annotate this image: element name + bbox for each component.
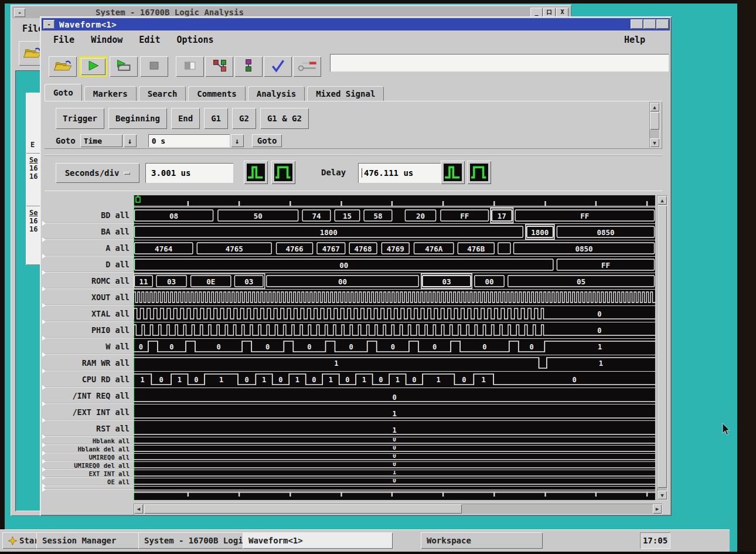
signal-label-W-all[interactable]: W all bbox=[40, 338, 134, 355]
maximize-icon[interactable]: 口 bbox=[543, 8, 556, 17]
scroll-thumb[interactable] bbox=[144, 504, 462, 514]
svg-text:0: 0 bbox=[433, 343, 437, 351]
gutter-spacer bbox=[40, 195, 134, 207]
run-repetitive-button[interactable] bbox=[110, 56, 138, 77]
signal-label-Hblank-del-all[interactable]: Hblank del all bbox=[40, 445, 134, 453]
zoom-out-pulse-button[interactable] bbox=[467, 161, 491, 184]
scroll-right-icon[interactable]: ▶ bbox=[653, 504, 662, 514]
svg-text:0: 0 bbox=[393, 446, 396, 451]
svg-text:0: 0 bbox=[597, 327, 601, 335]
tab-comments[interactable]: Comments bbox=[188, 86, 245, 101]
signal-label-UMIREQ0-all[interactable]: UMIREQ0 all bbox=[40, 453, 134, 461]
connect-nodes-button[interactable] bbox=[205, 56, 233, 77]
waveform-titlebar[interactable]: - Waveform<1> bbox=[42, 18, 670, 30]
signal-label-D-all[interactable]: D all bbox=[40, 256, 134, 273]
task-button-workspace[interactable]: Workspace bbox=[421, 532, 543, 549]
signal-label-UMIREQ0-del-all[interactable]: UMIREQ0 del all bbox=[40, 461, 134, 470]
waveform-vertical-scrollbar[interactable]: ▲ ▼ bbox=[657, 195, 668, 500]
node-button[interactable] bbox=[234, 56, 263, 77]
open-folder-button[interactable] bbox=[49, 56, 77, 77]
wave-trace-W-all: 00000000001 bbox=[134, 338, 655, 355]
minimize-icon[interactable]: _ bbox=[530, 8, 543, 17]
menu-options[interactable]: Options bbox=[176, 35, 213, 45]
panel-scrollbar[interactable]: ▲ ▼ bbox=[649, 102, 660, 148]
menu-edit[interactable]: Edit bbox=[139, 35, 160, 45]
stop-button[interactable] bbox=[140, 56, 168, 77]
maximize-icon[interactable] bbox=[643, 19, 656, 29]
seconds-per-div-field[interactable]: 3.001 us bbox=[145, 163, 233, 183]
scroll-thumb[interactable] bbox=[658, 205, 667, 488]
waveform-horizontal-scrollbar[interactable]: ◀ ▶ bbox=[134, 504, 662, 515]
svg-text:0: 0 bbox=[462, 376, 466, 384]
photo-edge bbox=[737, 0, 756, 554]
delay-field[interactable]: 476.111 us bbox=[358, 163, 442, 183]
signal-label-ROMC-all[interactable]: ROMC all bbox=[40, 273, 134, 289]
signal-label-BD-all[interactable]: BD all bbox=[40, 207, 134, 223]
goto-g1-button[interactable]: G1 bbox=[204, 108, 228, 129]
menu-file[interactable]: File bbox=[53, 35, 74, 45]
signal-label-A-all[interactable]: A all bbox=[40, 240, 134, 256]
menu-window[interactable]: Window bbox=[91, 35, 122, 45]
signal-label--INT-REQ-all[interactable]: /INT REQ all bbox=[40, 388, 134, 404]
svg-text:4767: 4767 bbox=[322, 244, 340, 253]
signal-label-XOUT-all[interactable]: XOUT all bbox=[40, 289, 134, 305]
cancel-button[interactable] bbox=[176, 56, 204, 77]
tools-button[interactable] bbox=[293, 56, 321, 77]
task-button-waveform-1-[interactable]: Waveform<1> bbox=[243, 532, 393, 549]
signal-label-OE-all[interactable]: OE all bbox=[40, 478, 134, 486]
signal-label-XTAL-all[interactable]: XTAL all bbox=[40, 305, 134, 322]
scroll-down-icon[interactable]: ▼ bbox=[650, 138, 659, 147]
node-icon bbox=[237, 57, 260, 76]
scroll-left-icon[interactable]: ◀ bbox=[134, 504, 143, 514]
signal-label-CPU-RD-all[interactable]: CPU RD all bbox=[40, 371, 134, 388]
svg-text:0850: 0850 bbox=[575, 244, 592, 253]
signal-label-PHI0-all[interactable]: PHI0 all bbox=[40, 322, 134, 338]
svg-text:15: 15 bbox=[343, 212, 352, 220]
signal-label-BA-all[interactable]: BA all bbox=[40, 223, 134, 240]
signal-label--EXT-INT-all[interactable]: /EXT INT all bbox=[40, 404, 134, 420]
window-menu-icon[interactable]: - bbox=[43, 20, 55, 29]
scroll-thumb[interactable] bbox=[650, 112, 659, 130]
goto-type-combo[interactable]: Time bbox=[80, 134, 122, 147]
task-button-session-manager[interactable]: Session Manager bbox=[36, 532, 147, 549]
tab-analysis[interactable]: Analysis bbox=[248, 86, 305, 101]
goto-trigger-button[interactable]: Trigger bbox=[56, 108, 104, 129]
scroll-down-icon[interactable]: ▼ bbox=[658, 491, 667, 499]
svg-text:03: 03 bbox=[442, 277, 451, 286]
tab-goto[interactable]: Goto bbox=[45, 84, 82, 101]
signal-label-EXT-INT-all[interactable]: EXT INT all bbox=[40, 470, 134, 478]
wave-trace-PHI0-all: 0 bbox=[134, 322, 655, 338]
task-button-system-16700b-logic-ana-[interactable]: System - 16700B Logic Ana.. bbox=[138, 532, 252, 549]
zoom-in-pulse-button[interactable] bbox=[244, 161, 268, 184]
close-icon[interactable] bbox=[656, 19, 669, 29]
minimize-icon[interactable] bbox=[631, 19, 643, 29]
down-arrow-icon[interactable]: ↓ bbox=[231, 134, 244, 147]
down-arrow-icon[interactable]: ↓ bbox=[124, 134, 137, 147]
menu-help[interactable]: Help bbox=[624, 35, 645, 45]
goto-g1-g2-button[interactable]: G1 & G2 bbox=[260, 108, 309, 129]
run-button[interactable] bbox=[79, 56, 107, 77]
svg-text:1: 1 bbox=[334, 359, 338, 368]
goto-g2-button[interactable]: G2 bbox=[232, 108, 256, 129]
zoom-in-pulse-button[interactable] bbox=[441, 161, 465, 184]
tab-mixed-signal[interactable]: Mixed Signal bbox=[307, 86, 384, 101]
wave-trace-ROMC-all: 11030E0300030005 bbox=[134, 273, 655, 289]
tab-search[interactable]: Search bbox=[139, 86, 186, 101]
scroll-up-icon[interactable]: ▲ bbox=[658, 196, 667, 205]
toolbar-text-field[interactable] bbox=[330, 54, 669, 72]
tab-markers[interactable]: Markers bbox=[84, 86, 137, 101]
goto-end-button[interactable]: End bbox=[171, 108, 200, 129]
signal-label-RST-all[interactable]: RST all bbox=[40, 420, 134, 437]
goto-go-button[interactable]: Goto bbox=[252, 134, 282, 147]
goto-time-field[interactable]: 0 s bbox=[148, 134, 230, 147]
close-icon[interactable]: X bbox=[556, 8, 568, 17]
signal-label-Hblank-all[interactable]: Hblank all bbox=[40, 437, 134, 445]
checkmark-button[interactable] bbox=[264, 56, 292, 77]
scroll-up-icon[interactable]: ▲ bbox=[650, 103, 659, 111]
waveform-canvas[interactable]: 085074155820FF17FF1800180008504764476547… bbox=[134, 195, 655, 500]
signal-label-RAM-WR-all[interactable]: RAM WR all bbox=[40, 355, 134, 371]
goto-beginning-button[interactable]: Beginning bbox=[108, 108, 167, 129]
window-menu-icon[interactable]: - bbox=[14, 8, 25, 17]
zoom-out-pulse-button[interactable] bbox=[271, 161, 295, 184]
seconds-per-div-button[interactable]: Seconds/div bbox=[56, 163, 139, 183]
